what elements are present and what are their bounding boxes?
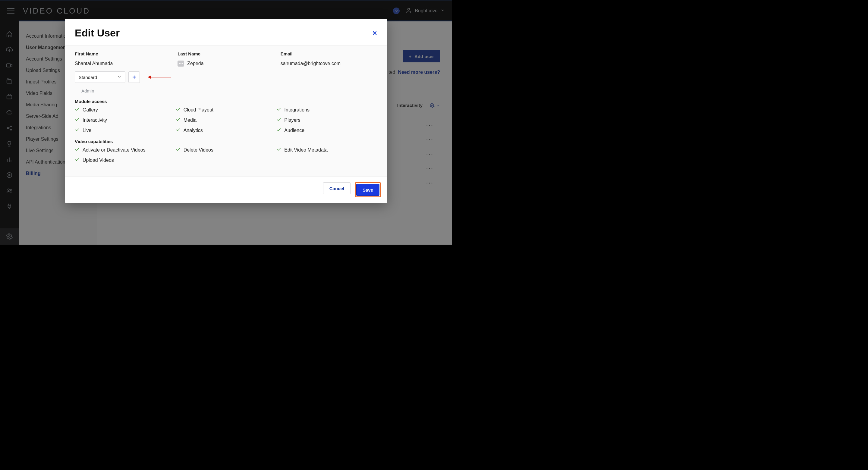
edit-user-modal: Edit User ✕ First Name Last Name Email S… xyxy=(65,19,387,203)
module-item: Analytics xyxy=(176,127,277,133)
module-label: Cloud Playout xyxy=(184,107,214,113)
admin-label: Admin xyxy=(82,88,94,93)
videocap-label: Upload Videos xyxy=(83,158,114,163)
videocap-label: Activate or Deactivate Videos xyxy=(83,147,146,153)
admin-removed-chip: Admin xyxy=(75,88,377,93)
check-icon xyxy=(276,107,281,113)
label-last-name: Last Name xyxy=(178,51,274,56)
check-icon xyxy=(276,147,281,153)
videocap-label: Delete Videos xyxy=(184,147,213,153)
module-access-title: Module access xyxy=(75,99,377,104)
check-icon xyxy=(176,127,181,133)
module-label: Media xyxy=(184,118,197,123)
module-item: Integrations xyxy=(276,107,377,113)
chevron-down-icon xyxy=(117,75,121,80)
role-select[interactable]: Standard xyxy=(75,71,125,83)
module-label: Integrations xyxy=(284,107,310,113)
modal-body: First Name Last Name Email Shantal Ahuma… xyxy=(65,46,387,177)
role-select-value: Standard xyxy=(79,75,97,80)
videocap-item: Delete Videos xyxy=(176,147,277,153)
module-label: Analytics xyxy=(184,128,203,133)
module-item: Live xyxy=(75,127,176,133)
save-button[interactable]: Save xyxy=(356,184,379,196)
video-caps-title: Video capabilities xyxy=(75,139,377,144)
check-icon xyxy=(75,157,80,163)
module-item: Media xyxy=(176,117,277,123)
extension-badge-icon: ••• xyxy=(178,61,184,67)
check-icon xyxy=(75,117,80,123)
module-label: Players xyxy=(284,118,300,123)
role-row: Standard + xyxy=(75,71,377,83)
module-label: Gallery xyxy=(83,107,98,113)
module-label: Audience xyxy=(284,128,304,133)
videocap-item: Upload Videos xyxy=(75,157,176,163)
videocap-label: Edit Video Metadata xyxy=(284,147,328,153)
module-access-grid: Gallery Cloud Playout Integrations Inter… xyxy=(75,107,377,133)
label-email: Email xyxy=(281,51,377,56)
value-first-name: Shantal Ahumada xyxy=(75,61,172,67)
check-icon xyxy=(75,127,80,133)
video-caps-grid: Activate or Deactivate Videos Delete Vid… xyxy=(75,147,377,163)
save-highlight: Save xyxy=(355,182,381,197)
modal-footer: Cancel Save xyxy=(65,177,387,203)
value-email: sahumada@brightcove.com xyxy=(281,61,377,67)
label-first-name: First Name xyxy=(75,51,172,56)
module-item: Cloud Playout xyxy=(176,107,277,113)
annotation-arrow xyxy=(148,75,171,79)
module-item: Audience xyxy=(276,127,377,133)
cancel-button[interactable]: Cancel xyxy=(323,182,350,194)
check-icon xyxy=(276,117,281,123)
add-role-button[interactable]: + xyxy=(128,71,140,83)
check-icon xyxy=(75,147,80,153)
check-icon xyxy=(75,107,80,113)
module-item: Players xyxy=(276,117,377,123)
modal-title: Edit User xyxy=(75,27,120,39)
check-icon xyxy=(176,107,181,113)
videocap-item: Edit Video Metadata xyxy=(276,147,377,153)
module-item: Gallery xyxy=(75,107,176,113)
minus-icon xyxy=(75,91,79,91)
module-label: Interactivity xyxy=(83,118,107,123)
close-icon[interactable]: ✕ xyxy=(372,30,377,37)
check-icon xyxy=(176,147,181,153)
module-label: Live xyxy=(83,128,91,133)
module-item: Interactivity xyxy=(75,117,176,123)
value-last-name: ••• Zepeda xyxy=(178,61,274,67)
last-name-text: Zepeda xyxy=(187,61,204,66)
modal-header: Edit User ✕ xyxy=(65,19,387,46)
check-icon xyxy=(176,117,181,123)
videocap-item: Activate or Deactivate Videos xyxy=(75,147,176,153)
check-icon xyxy=(276,127,281,133)
